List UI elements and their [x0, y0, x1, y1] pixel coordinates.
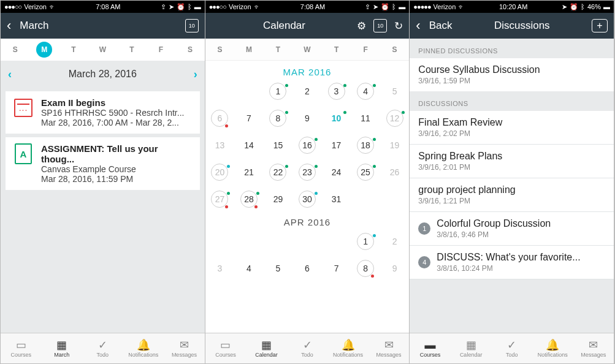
- day-3[interactable]: 3: [322, 82, 351, 100]
- tab-notifications[interactable]: 🔔Notifications: [123, 333, 164, 363]
- day-19[interactable]: 19: [380, 136, 410, 154]
- book-icon: ▭: [220, 339, 231, 351]
- day-7[interactable]: 7: [234, 109, 264, 127]
- apr-2[interactable]: 2: [380, 232, 410, 251]
- tab-messages[interactable]: ✉Messages: [369, 333, 410, 363]
- refresh-icon[interactable]: ↻: [394, 20, 403, 32]
- prev-day-button[interactable]: ‹: [8, 68, 12, 81]
- tab-todo[interactable]: ✓Todo: [82, 333, 123, 363]
- day-31[interactable]: 31: [322, 190, 351, 208]
- tab-notifications[interactable]: 🔔Notifications: [327, 333, 369, 363]
- day-20[interactable]: 20: [205, 163, 235, 181]
- tab-todo[interactable]: ✓Todo: [287, 333, 328, 363]
- weekday-w[interactable]: W: [88, 45, 118, 54]
- apr-4[interactable]: 4: [234, 259, 264, 278]
- location-icon: ➤: [373, 3, 378, 11]
- tab-calendar[interactable]: ▦Calendar: [451, 333, 492, 363]
- tab-march[interactable]: ▦March: [42, 333, 83, 363]
- day-10-today[interactable]: 10: [322, 109, 351, 127]
- apr-6[interactable]: 6: [292, 259, 322, 278]
- status-bar: ●●●○○Verizonᯤ 7:08 AM ⇪➤⏰ᛒ▬: [1, 1, 205, 13]
- apr-3[interactable]: 3: [205, 259, 235, 278]
- today-icon[interactable]: 10: [373, 19, 387, 32]
- day-15[interactable]: 15: [264, 136, 293, 154]
- weekday-m-active[interactable]: M: [36, 42, 52, 58]
- day-18[interactable]: 18: [351, 136, 380, 154]
- mail-icon: ✉: [180, 339, 189, 351]
- bell-icon: 🔔: [342, 339, 355, 351]
- day-23[interactable]: 23: [292, 163, 322, 181]
- tab-calendar[interactable]: ▦Calendar: [246, 333, 287, 363]
- day-27[interactable]: 27: [205, 190, 235, 208]
- tab-messages[interactable]: ✉Messages: [164, 333, 205, 363]
- row-title: Spring Break Plans: [418, 151, 502, 162]
- day-26[interactable]: 26: [380, 163, 410, 181]
- day-21[interactable]: 21: [234, 163, 264, 181]
- today-icon[interactable]: 10: [185, 19, 199, 32]
- assignment-card[interactable]: A ASSIGNMENT: Tell us your thoug... Canv…: [6, 137, 200, 190]
- assignment-title: ASSIGNMENT: Tell us your thoug...: [41, 143, 193, 164]
- bluetooth-icon: ᛒ: [188, 3, 192, 10]
- day-9[interactable]: 9: [292, 109, 322, 127]
- compose-button[interactable]: +: [592, 19, 608, 32]
- assignment-time: Mar 28, 2016, 11:59 PM: [41, 174, 188, 184]
- day-25[interactable]: 25: [351, 163, 380, 181]
- apr-5[interactable]: 5: [264, 259, 293, 278]
- alarm-icon: ⏰: [381, 3, 389, 11]
- tab-messages[interactable]: ✉Messages: [573, 333, 614, 363]
- tab-label: Messages: [581, 352, 606, 358]
- day-2[interactable]: 2: [292, 82, 322, 100]
- discussion-row[interactable]: 1Colorful Group Discussion3/8/16, 9:46 P…: [410, 212, 614, 246]
- day-1[interactable]: 1: [264, 82, 293, 100]
- day[interactable]: [234, 82, 264, 100]
- weekday-t2[interactable]: T: [117, 45, 147, 54]
- tab-courses[interactable]: ▭Courses: [205, 333, 246, 363]
- day[interactable]: [205, 82, 235, 100]
- day-12[interactable]: 12: [380, 109, 410, 127]
- event-course: SP16 HTHRHSC 5900 - Resrch Intr...: [41, 108, 184, 118]
- day-5[interactable]: 5: [380, 82, 410, 100]
- day-22[interactable]: 22: [264, 163, 293, 181]
- apr-8[interactable]: 8: [351, 259, 380, 278]
- weekday-s[interactable]: S: [1, 45, 30, 54]
- discussion-row[interactable]: Final Exam Review3/9/16, 2:02 PM: [410, 111, 614, 145]
- discussion-row[interactable]: Course Syllabus Discussion3/9/16, 1:59 P…: [410, 58, 614, 91]
- day-24[interactable]: 24: [322, 163, 351, 181]
- weekday-t[interactable]: T: [59, 45, 88, 54]
- nav-back[interactable]: ‹March: [7, 18, 49, 34]
- day-6[interactable]: 6: [205, 109, 235, 127]
- tab-notifications[interactable]: 🔔Notifications: [532, 333, 573, 363]
- day-28[interactable]: 28: [234, 190, 264, 208]
- weekday-f[interactable]: F: [147, 45, 176, 54]
- apr-9[interactable]: 9: [380, 259, 410, 278]
- book-icon: ▬: [425, 339, 436, 351]
- apr-7[interactable]: 7: [322, 259, 351, 278]
- day-11[interactable]: 11: [351, 109, 380, 127]
- tab-courses[interactable]: ▬Courses: [410, 333, 451, 363]
- day-8[interactable]: 8: [264, 109, 293, 127]
- discussion-row[interactable]: 4DISCUSS: What's your favorite...3/8/16,…: [410, 246, 614, 279]
- tab-todo[interactable]: ✓Todo: [491, 333, 532, 363]
- day-30[interactable]: 30: [292, 190, 322, 208]
- day-16[interactable]: 16: [292, 136, 322, 154]
- nav-back[interactable]: ‹Back: [416, 18, 452, 34]
- discussion-row[interactable]: group project planning3/9/16, 1:21 PM: [410, 178, 614, 212]
- tab-label: Courses: [215, 352, 236, 358]
- day-17[interactable]: 17: [322, 136, 351, 154]
- settings-icon[interactable]: ⚙: [357, 20, 366, 32]
- weekday-s2[interactable]: S: [175, 45, 204, 54]
- day-14[interactable]: 14: [234, 136, 264, 154]
- apr-1[interactable]: 1: [351, 232, 380, 251]
- chevron-left-icon: ‹: [416, 18, 420, 34]
- discussion-row[interactable]: Spring Break Plans3/9/16, 2:01 PM: [410, 145, 614, 178]
- day-29[interactable]: 29: [264, 190, 293, 208]
- day-4[interactable]: 4: [351, 82, 380, 100]
- event-card[interactable]: Exam II begins SP16 HTHRHSC 5900 - Resrc…: [6, 91, 200, 134]
- tab-courses[interactable]: ▭Courses: [1, 333, 42, 363]
- battery-icon: ▬: [399, 3, 405, 10]
- tab-label: Todo: [506, 352, 518, 358]
- day-13[interactable]: 13: [205, 136, 235, 154]
- section-pinned: PINNED DISCUSSIONS: [410, 39, 614, 58]
- next-day-button[interactable]: ›: [194, 68, 197, 81]
- tab-label: Courses: [11, 352, 32, 358]
